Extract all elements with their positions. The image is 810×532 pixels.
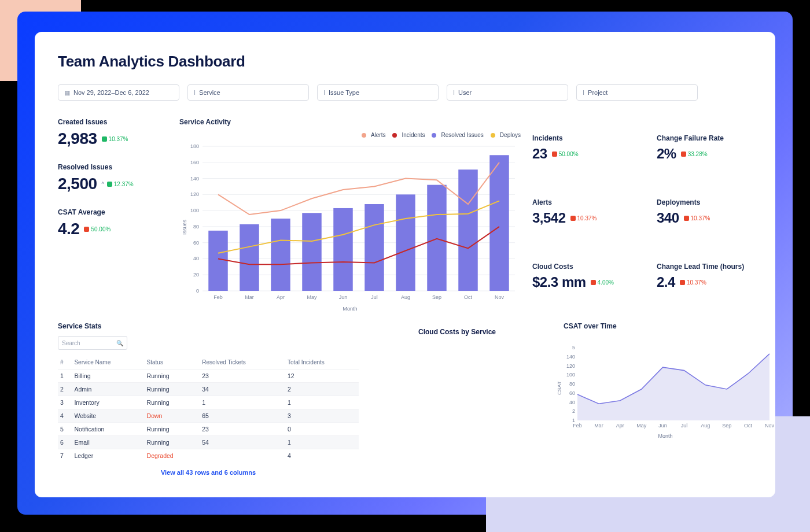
legend-resolved: Resolved Issues [432, 132, 483, 138]
svg-text:CSAT: CSAT [557, 381, 562, 395]
cursor-icon: I [323, 89, 325, 96]
kpi-deployments: Deployments 340 10.37% [657, 198, 764, 249]
svg-text:Mar: Mar [594, 423, 603, 428]
kpi-value: 2,983 [58, 130, 97, 148]
service-activity-svg: 020406080100120140160180FebMarAprMayJunJ… [179, 141, 521, 314]
date-range-picker[interactable]: ▦ Nov 29, 2022–Dec 6, 2022 [58, 84, 179, 101]
project-filter[interactable]: I Project [576, 84, 698, 101]
kpi-label: Resolved Issues [58, 163, 168, 171]
table-header-row: # Service Name Status Resolved Tickets T… [58, 356, 359, 370]
kpi-resolved-issues: Resolved Issues 2,500 12.37% [58, 163, 168, 193]
table-row[interactable]: 6EmailRunning541 [58, 436, 359, 449]
table-row[interactable]: 2AdminRunning342 [58, 383, 359, 396]
chart-title: Service Activity [179, 118, 521, 126]
svg-text:Aug: Aug [401, 294, 410, 300]
svg-text:Apr: Apr [616, 423, 624, 428]
svg-text:Month: Month [343, 306, 357, 312]
kpi-created-issues: Created Issues 2,983 10.37% [58, 118, 168, 148]
svg-text:2: 2 [572, 408, 575, 414]
csat-chart-svg: 124060801001201405FebMarAprMayJunJulAugS… [555, 336, 775, 440]
csat-chart-title: CSAT over Time [564, 322, 775, 330]
svg-text:May: May [636, 423, 647, 428]
kpi-incidents: Incidents 23 50.00% [532, 134, 639, 184]
svg-text:100: 100 [190, 208, 199, 213]
svg-text:Jun: Jun [658, 423, 667, 428]
svg-text:120: 120 [190, 191, 199, 197]
svg-rect-28 [458, 169, 477, 291]
kpi-label: CSAT Average [58, 208, 168, 216]
date-range-value: Nov 29, 2022–Dec 6, 2022 [73, 89, 149, 96]
svg-text:Feb: Feb [573, 423, 582, 428]
svg-text:Mar: Mar [245, 294, 254, 300]
svg-rect-29 [489, 155, 509, 291]
svg-text:40: 40 [193, 256, 199, 261]
kpi-alerts: Alerts 3,542 10.37% [532, 198, 639, 249]
svg-rect-20 [208, 231, 227, 291]
dashboard-panel: Team Analytics Dashboard ▦ Nov 29, 2022–… [35, 32, 775, 497]
svg-text:140: 140 [190, 176, 199, 182]
issue-type-filter-label: Issue Type [329, 89, 359, 96]
svg-text:20: 20 [193, 272, 199, 278]
service-filter[interactable]: I Service [187, 84, 309, 101]
cloud-costs-title: Cloud Costs by Service [370, 328, 544, 336]
table-row[interactable]: 1BillingRunning2312 [58, 370, 359, 383]
kpi-value: 2,500 [58, 175, 97, 193]
table-row[interactable]: 7LedgerDegraded4 [58, 449, 359, 463]
csat-chart-section: CSAT over Time 124060801001201405FebMarA… [555, 322, 775, 476]
svg-text:5: 5 [572, 345, 575, 350]
kpi-value: 4.2 [58, 220, 79, 238]
table-row[interactable]: 4WebsiteDown653 [58, 409, 359, 423]
svg-text:Apr: Apr [277, 294, 285, 300]
service-filter-label: Service [199, 89, 220, 96]
svg-text:160: 160 [190, 160, 199, 165]
user-filter[interactable]: I User [447, 84, 568, 101]
svg-text:120: 120 [566, 363, 575, 369]
cloud-costs-section: Cloud Costs by Service [370, 322, 544, 476]
svg-text:Oct: Oct [744, 423, 753, 428]
user-filter-label: User [458, 89, 472, 96]
svg-text:80: 80 [569, 381, 575, 387]
kpi-delta: 50.00% [84, 226, 111, 232]
kpi-delta: 10.37% [102, 136, 128, 142]
right-kpi-grid: Incidents 23 50.00% Change Failure Rate … [532, 118, 764, 316]
search-placeholder: Search [62, 340, 80, 346]
left-kpi-column: Created Issues 2,983 10.37% Resolved Iss… [58, 118, 168, 316]
table-row[interactable]: 3InventoryRunning11 [58, 396, 359, 409]
svg-text:60: 60 [193, 240, 199, 246]
svg-text:Nov: Nov [495, 294, 505, 300]
table-body: 1BillingRunning23122AdminRunning3423Inve… [58, 370, 359, 463]
kpi-cloud-costs: Cloud Costs $2.3 mm 4.00% [532, 263, 639, 313]
project-filter-label: Project [588, 89, 608, 96]
cursor-icon: I [453, 89, 455, 96]
service-activity-chart: Service Activity Alerts Incidents Resolv… [179, 118, 521, 316]
service-stats-section: Service Stats Search 🔍 # Service Name St… [58, 322, 359, 476]
legend-alerts: Alerts [362, 132, 386, 138]
svg-text:140: 140 [566, 354, 575, 360]
svg-text:Sep: Sep [432, 294, 441, 300]
kpi-label: Created Issues [58, 118, 168, 126]
svg-text:80: 80 [193, 224, 199, 230]
svg-text:Sep: Sep [722, 423, 731, 428]
svg-rect-21 [240, 224, 259, 291]
kpi-delta: 12.37% [102, 181, 134, 187]
legend-incidents: Incidents [392, 132, 425, 138]
table-row[interactable]: 5NotificationRunning230 [58, 423, 359, 436]
issue-type-filter[interactable]: I Issue Type [317, 84, 439, 101]
svg-text:Aug: Aug [701, 423, 710, 428]
page-title: Team Analytics Dashboard [58, 53, 752, 71]
search-icon: 🔍 [116, 340, 123, 346]
kpi-csat-average: CSAT Average 4.2 50.00% [58, 208, 168, 238]
svg-rect-26 [396, 194, 415, 291]
calendar-icon: ▦ [64, 89, 70, 97]
svg-text:180: 180 [190, 143, 199, 149]
chart-legend: Alerts Incidents Resolved Issues Deploys [179, 132, 521, 138]
search-input[interactable]: Search 🔍 [58, 336, 127, 350]
svg-text:May: May [307, 294, 317, 300]
svg-text:Oct: Oct [464, 294, 473, 300]
view-all-link[interactable]: View all 43 rows and 6 columns [58, 469, 359, 476]
svg-text:Feb: Feb [213, 294, 223, 300]
table-title: Service Stats [58, 322, 359, 330]
svg-rect-24 [333, 208, 352, 291]
svg-text:Jun: Jun [339, 294, 348, 300]
svg-text:Nov: Nov [765, 423, 775, 428]
